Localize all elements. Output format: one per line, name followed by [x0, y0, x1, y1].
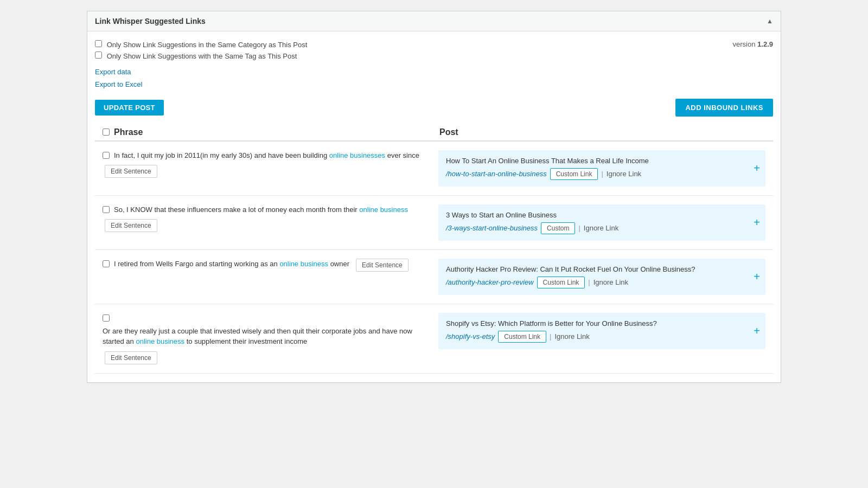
update-post-button[interactable]: UPDATE POST: [95, 100, 164, 115]
separator-3: |: [550, 332, 551, 341]
post-title-1: 3 Ways to Start an Online Business: [446, 211, 758, 219]
table-row: So, I KNOW that these influencers make a…: [95, 196, 773, 250]
panel-header: Link Whisper Suggested Links ▲: [87, 11, 781, 31]
custom-link-button-1[interactable]: Custom: [541, 222, 575, 234]
post-cell-3: Shopify vs Etsy: Which Platform is Bette…: [438, 313, 765, 349]
phrase-text-1: So, I KNOW that these influencers make a…: [103, 204, 430, 233]
row-checkbox-0[interactable]: [103, 152, 110, 159]
post-title-3: Shopify vs Etsy: Which Platform is Bette…: [446, 319, 758, 328]
table-row: In fact, I quit my job in 2011(in my ear…: [95, 142, 773, 196]
same-tag-option[interactable]: Only Show Link Suggestions with the Same…: [95, 52, 307, 60]
export-links: Export data Export to Excel: [95, 66, 307, 91]
expand-icon-1[interactable]: +: [754, 217, 760, 228]
options-left: Only Show Link Suggestions in the Same C…: [95, 40, 307, 91]
expand-icon-2[interactable]: +: [754, 271, 760, 282]
phrase-link-3[interactable]: online business: [136, 337, 184, 345]
post-actions-2: /authority-hacker-pro-review Custom Link…: [446, 277, 758, 288]
separator-1: |: [578, 224, 580, 232]
post-title-2: Authority Hacker Pro Review: Can It Put …: [446, 265, 758, 273]
phrase-cell-1: So, I KNOW that these influencers make a…: [103, 204, 430, 233]
options-row: Only Show Link Suggestions in the Same C…: [95, 40, 773, 91]
same-tag-checkbox[interactable]: [95, 52, 102, 59]
expand-icon-0[interactable]: +: [754, 163, 760, 174]
phrase-text-3: Or are they really just a couple that in…: [103, 313, 430, 364]
custom-link-button-3[interactable]: Custom Link: [498, 331, 546, 343]
phrase-cell-3: Or are they really just a couple that in…: [103, 313, 430, 364]
expand-icon-3[interactable]: +: [754, 325, 760, 336]
ignore-link-button-3[interactable]: Ignore Link: [554, 332, 589, 341]
phrase-link-0[interactable]: online businesses: [329, 151, 385, 159]
post-slug-1[interactable]: /3-ways-start-online-business: [446, 224, 538, 232]
phrase-link-1[interactable]: online business: [359, 206, 408, 214]
ignore-link-button-2[interactable]: Ignore Link: [593, 278, 628, 286]
suggestions-container: In fact, I quit my job in 2011(in my ear…: [95, 142, 773, 374]
post-slug-2[interactable]: /authority-hacker-pro-review: [446, 278, 534, 286]
same-category-checkbox[interactable]: [95, 40, 102, 47]
edit-sentence-button-2[interactable]: Edit Sentence: [356, 259, 409, 272]
table-header: Phrase Post: [95, 122, 773, 142]
ignore-link-button-0[interactable]: Ignore Link: [607, 170, 641, 178]
edit-sentence-button-3[interactable]: Edit Sentence: [105, 351, 157, 364]
edit-sentence-button-1[interactable]: Edit Sentence: [105, 219, 157, 232]
export-data-link[interactable]: Export data: [95, 66, 307, 78]
phrase-link-2[interactable]: online business: [279, 260, 328, 268]
edit-sentence-button-0[interactable]: Edit Sentence: [105, 165, 157, 178]
row-checkbox-1[interactable]: [103, 206, 110, 213]
phrase-cell-0: In fact, I quit my job in 2011(in my ear…: [103, 150, 430, 178]
post-slug-0[interactable]: /how-to-start-an-online-business: [446, 170, 547, 178]
collapse-icon[interactable]: ▲: [767, 17, 773, 25]
post-cell-2: Authority Hacker Pro Review: Can It Put …: [438, 259, 765, 295]
post-actions-0: /how-to-start-an-online-business Custom …: [446, 168, 758, 180]
phrase-text-2: I retired from Wells Fargo and starting …: [103, 259, 430, 272]
phrase-cell-2: I retired from Wells Fargo and starting …: [103, 259, 430, 272]
post-column-header: Post: [434, 127, 765, 137]
post-slug-3[interactable]: /shopify-vs-etsy: [446, 332, 495, 341]
phrase-column-header: Phrase: [103, 127, 434, 137]
table-row: I retired from Wells Fargo and starting …: [95, 250, 773, 304]
post-title-0: How To Start An Online Business That Mak…: [446, 157, 758, 165]
post-cell-1: 3 Ways to Start an Online Business /3-wa…: [438, 204, 765, 241]
separator-2: |: [588, 278, 590, 286]
version-info: version 1.2.9: [733, 40, 773, 48]
ignore-link-button-1[interactable]: Ignore Link: [584, 224, 618, 232]
post-actions-1: /3-ways-start-online-business Custom | I…: [446, 222, 758, 234]
actions-row: UPDATE POST ADD INBOUND LINKS: [95, 99, 773, 117]
add-inbound-links-button[interactable]: ADD INBOUND LINKS: [675, 99, 773, 117]
export-excel-link[interactable]: Export to Excel: [95, 78, 307, 91]
separator-0: |: [601, 170, 603, 178]
same-category-option[interactable]: Only Show Link Suggestions in the Same C…: [95, 40, 307, 49]
custom-link-button-0[interactable]: Custom Link: [550, 168, 598, 180]
post-actions-3: /shopify-vs-etsy Custom Link | Ignore Li…: [446, 331, 758, 343]
phrase-text-0: In fact, I quit my job in 2011(in my ear…: [103, 150, 430, 178]
post-cell-0: How To Start An Online Business That Mak…: [438, 150, 765, 187]
panel-body: Only Show Link Suggestions in the Same C…: [87, 31, 781, 382]
main-panel: Link Whisper Suggested Links ▲ Only Show…: [87, 11, 781, 383]
table-row: Or are they really just a couple that in…: [95, 304, 773, 374]
select-all-checkbox[interactable]: [103, 129, 110, 136]
panel-title: Link Whisper Suggested Links: [95, 17, 206, 25]
custom-link-button-2[interactable]: Custom Link: [537, 277, 585, 288]
row-checkbox-3[interactable]: [103, 314, 110, 322]
row-checkbox-2[interactable]: [103, 260, 110, 267]
